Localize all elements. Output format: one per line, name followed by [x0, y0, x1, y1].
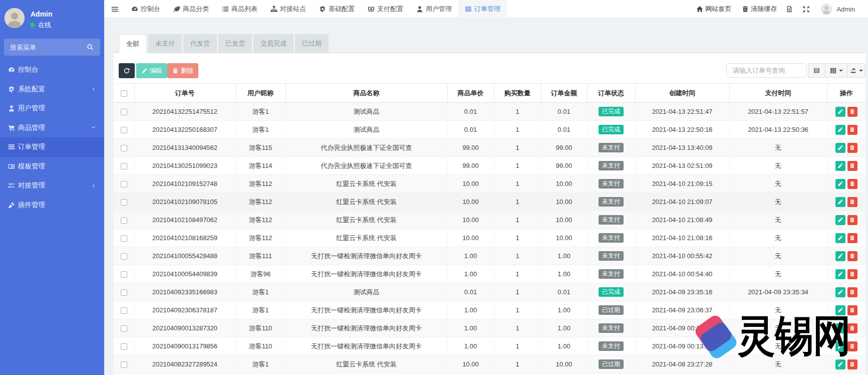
- topbar-link-网站首页[interactable]: 网站首页: [696, 5, 731, 14]
- row-delete-button[interactable]: [847, 305, 857, 315]
- doc-button[interactable]: [786, 6, 793, 13]
- sidebar-item-系统配置[interactable]: 系统配置: [0, 80, 104, 99]
- column-header-订单状态[interactable]: 订单状态: [587, 84, 635, 103]
- row-checkbox[interactable]: [121, 253, 127, 260]
- topbar-tab-支付配置[interactable]: 支付配置: [361, 0, 410, 18]
- row-edit-button[interactable]: [835, 143, 845, 153]
- row-checkbox[interactable]: [121, 361, 127, 368]
- order-no-cell: 202104092335166983: [134, 283, 235, 301]
- row-delete-button[interactable]: [847, 323, 857, 333]
- columns-button[interactable]: [825, 63, 847, 78]
- export-button[interactable]: [847, 63, 865, 78]
- row-edit-button[interactable]: [835, 161, 845, 171]
- row-checkbox[interactable]: [121, 217, 127, 224]
- row-delete-button[interactable]: [847, 287, 857, 297]
- column-header-创建时间[interactable]: 创建时间: [635, 84, 729, 103]
- sidebar-item-商品管理[interactable]: 商品管理: [0, 118, 104, 138]
- row-delete-button[interactable]: [847, 341, 857, 351]
- row-delete-button[interactable]: [847, 161, 857, 171]
- topbar-avatar[interactable]: [821, 4, 832, 15]
- filter-tab-代发货[interactable]: 代发货: [183, 34, 217, 53]
- delete-button[interactable]: 删除: [167, 63, 198, 78]
- row-delete-button[interactable]: [847, 269, 857, 279]
- column-header-购买数量[interactable]: 购买数量: [494, 84, 541, 103]
- column-header-订单金额[interactable]: 订单金额: [541, 84, 587, 103]
- filter-tab-全部[interactable]: 全部: [119, 34, 147, 53]
- filter-tab-交易完成[interactable]: 交易完成: [253, 34, 294, 53]
- order-search-input[interactable]: [727, 64, 806, 77]
- topbar-tab-商品列表[interactable]: 商品列表: [215, 0, 264, 18]
- topbar-tab-订单管理[interactable]: 订单管理: [458, 0, 507, 18]
- topbar-tab-对接站点[interactable]: 对接站点: [264, 0, 313, 18]
- topbar-username[interactable]: Admin: [836, 6, 855, 13]
- row-edit-button[interactable]: [835, 323, 845, 333]
- row-edit-button[interactable]: [835, 179, 845, 189]
- row-checkbox[interactable]: [121, 127, 127, 133]
- row-delete-button[interactable]: [847, 197, 857, 207]
- column-header-商品单价[interactable]: 商品单价: [447, 84, 494, 103]
- row-edit-button[interactable]: [835, 305, 845, 315]
- row-checkbox[interactable]: [121, 289, 127, 296]
- row-delete-button[interactable]: [847, 233, 857, 243]
- filter-tab-未支付[interactable]: 未支付: [148, 34, 182, 53]
- menu-search-input[interactable]: [4, 44, 87, 51]
- user-avatar[interactable]: [5, 8, 25, 28]
- topbar-tab-基础配置[interactable]: 基础配置: [313, 0, 361, 18]
- row-edit-button[interactable]: [835, 125, 845, 135]
- sidebar-item-控制台[interactable]: 控制台: [0, 60, 104, 80]
- nickname-cell: 游客110: [235, 337, 285, 355]
- row-checkbox[interactable]: [121, 235, 127, 242]
- row-delete-button[interactable]: [847, 143, 857, 153]
- row-checkbox[interactable]: [121, 271, 127, 278]
- product-cell: 无打扰一键检测清理微信单向好友周卡: [285, 301, 447, 319]
- expand-button[interactable]: [802, 6, 810, 13]
- edit-button[interactable]: 编辑: [136, 63, 167, 78]
- row-delete-button[interactable]: [847, 125, 857, 135]
- select-all-checkbox[interactable]: [121, 90, 127, 97]
- row-edit-button[interactable]: [835, 287, 845, 297]
- row-edit-button[interactable]: [835, 107, 845, 117]
- column-header-用户昵称[interactable]: 用户昵称: [235, 84, 285, 103]
- row-edit-button[interactable]: [835, 269, 845, 279]
- filter-tab-已发货[interactable]: 已发货: [218, 34, 252, 53]
- row-checkbox[interactable]: [121, 181, 127, 188]
- row-checkbox[interactable]: [121, 343, 127, 350]
- row-checkbox[interactable]: [121, 307, 127, 314]
- filter-tab-已过期[interactable]: 已过期: [295, 34, 329, 53]
- hamburger-icon[interactable]: [111, 0, 122, 18]
- column-header-操作[interactable]: 操作: [827, 84, 865, 103]
- row-checkbox[interactable]: [121, 199, 127, 206]
- row-edit-button[interactable]: [835, 215, 845, 225]
- toggle-view-button[interactable]: [808, 63, 825, 78]
- column-header-支付时间[interactable]: 支付时间: [729, 84, 827, 103]
- row-checkbox[interactable]: [121, 145, 127, 151]
- row-edit-button[interactable]: [835, 341, 845, 351]
- row-delete-button[interactable]: [847, 215, 857, 225]
- grid-icon: [830, 67, 836, 74]
- row-delete-button[interactable]: [847, 251, 857, 261]
- row-delete-button[interactable]: [847, 359, 857, 369]
- topbar-tab-用户管理[interactable]: 用户管理: [410, 0, 458, 18]
- row-checkbox[interactable]: [121, 325, 127, 332]
- topbar-tab-商品分类[interactable]: 商品分类: [167, 0, 215, 18]
- sidebar-item-对接管理[interactable]: 对接管理: [0, 176, 104, 196]
- row-checkbox[interactable]: [121, 163, 127, 169]
- row-delete-button[interactable]: [847, 107, 857, 117]
- topbar-tab-控制台[interactable]: 控制台: [125, 0, 167, 18]
- row-edit-button[interactable]: [835, 251, 845, 261]
- search-icon[interactable]: [87, 44, 94, 51]
- sidebar-item-订单管理[interactable]: 订单管理: [0, 137, 104, 157]
- row-edit-button[interactable]: [835, 359, 845, 369]
- row-edit-button[interactable]: [835, 233, 845, 243]
- sidebar-item-模板管理[interactable]: 模板管理: [0, 157, 104, 176]
- column-header-订单号[interactable]: 订单号: [134, 84, 235, 103]
- nickname-cell: 游客1: [235, 355, 285, 373]
- row-edit-button[interactable]: [835, 197, 845, 207]
- row-delete-button[interactable]: [847, 179, 857, 189]
- sidebar-item-用户管理[interactable]: 用户管理: [0, 99, 104, 118]
- topbar-link-清除缓存[interactable]: 清除缓存: [742, 5, 777, 14]
- column-header-商品名称[interactable]: 商品名称: [285, 84, 447, 103]
- row-checkbox[interactable]: [121, 109, 127, 115]
- refresh-button[interactable]: [119, 63, 135, 78]
- sidebar-item-插件管理[interactable]: 插件管理: [0, 196, 104, 215]
